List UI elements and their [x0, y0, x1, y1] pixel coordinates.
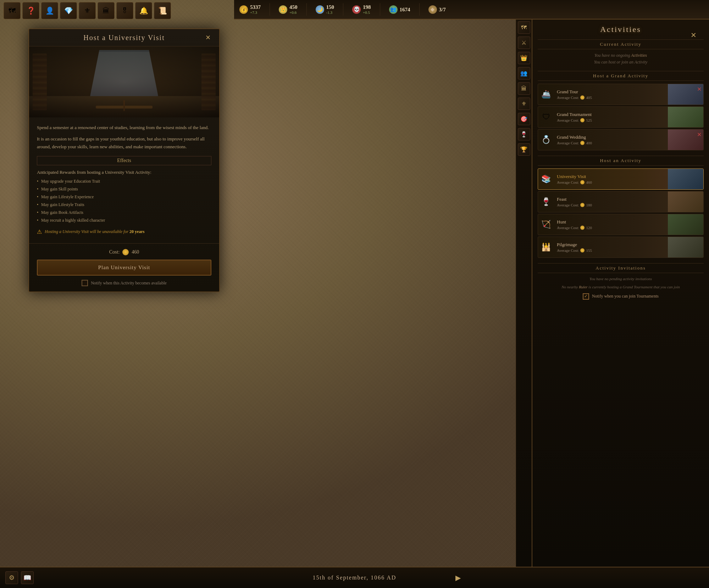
- activity-grand-wedding[interactable]: 💍 Grand Wedding Average Cost: 400 ✕: [538, 129, 704, 150]
- modal-close-button[interactable]: ✕: [204, 33, 212, 42]
- top-hud: 💰 5337 +7.3 👑 450 +0.6 🌙 150 -1.3 💀 198 …: [234, 0, 709, 20]
- resource-slots: ◆ 3/7: [428, 5, 446, 14]
- activity-pilgrimage[interactable]: 🕌 Pilgrimage Average Cost: 155: [538, 237, 704, 258]
- modal-desc-2: It is an occasion to fill the gaps in yo…: [37, 135, 211, 151]
- sidebar-btn-9[interactable]: 🏆: [518, 143, 530, 156]
- hud-divider-2: [306, 3, 307, 16]
- sidebar-btn-4[interactable]: 👥: [518, 67, 530, 79]
- toolbar-icon-5[interactable]: ⚜: [79, 2, 96, 19]
- grand-wedding-thumbnail: ✕: [668, 129, 703, 150]
- cost-label: Cost:: [109, 249, 120, 255]
- toolbar-icon-2[interactable]: ❓: [22, 2, 39, 19]
- settings-button[interactable]: ⚙: [5, 571, 18, 584]
- effect-item-2: May gain Skill points: [37, 185, 211, 193]
- hunt-coin-icon: [580, 226, 585, 230]
- prestige-icon: 👑: [279, 5, 287, 14]
- toolbar-icon-8[interactable]: 🔔: [135, 2, 152, 19]
- grand-tour-name: Grand Tour: [557, 89, 665, 95]
- notify-activity-checkbox[interactable]: [82, 280, 88, 286]
- modal-image-overlay: [29, 46, 219, 117]
- toolbar-icon-3[interactable]: 👤: [41, 2, 58, 19]
- piety-delta: -1.3: [326, 10, 334, 15]
- modal-title: Host a University Visit: [45, 34, 204, 42]
- resource-gold: 💰 5337 +7.3: [239, 4, 261, 15]
- activity-feast[interactable]: 🍷 Feast Average Cost: 180: [538, 191, 704, 212]
- sidebar-btn-3[interactable]: 👑: [518, 52, 530, 64]
- cost-row: Cost: 460: [37, 249, 211, 255]
- piety-value: 150: [326, 4, 334, 10]
- activity-hunt[interactable]: 🏹 Hunt Average Cost: 120: [538, 214, 704, 235]
- slots-value: 3/7: [439, 6, 446, 13]
- grand-activity-header: Host a Grand Activity: [538, 71, 704, 81]
- prestige-value: 450: [289, 4, 298, 10]
- slots-icon: ◆: [428, 5, 437, 14]
- university-visit-thumbnail: [668, 169, 703, 189]
- stress-value: 198: [363, 4, 371, 10]
- pilgrimage-thumbnail: [668, 237, 703, 257]
- toolbar-icon-4[interactable]: 💎: [60, 2, 77, 19]
- activity-university-visit[interactable]: 📚 University Visit Average Cost: 460: [538, 168, 704, 190]
- toolbar-icon-1[interactable]: 🗺: [4, 2, 21, 19]
- grand-tour-cost: Average Cost: 405: [557, 95, 665, 100]
- grand-tournament-thumbnail: [668, 107, 703, 127]
- resource-development: 👥 1674: [389, 5, 410, 14]
- sidebar-btn-6[interactable]: ⚜: [518, 98, 530, 110]
- prestige-delta: +0.6: [289, 10, 298, 15]
- grand-tour-coin-icon: [580, 95, 585, 100]
- university-visit-cost: Average Cost: 460: [557, 180, 665, 184]
- warning-text: Hosting a University Visit will be unava…: [45, 229, 144, 234]
- piety-icon: 🌙: [316, 5, 324, 14]
- grand-tour-unavailable-icon: ✕: [697, 86, 702, 93]
- sidebar-btn-8[interactable]: 🍷: [518, 128, 530, 140]
- sidebar-btn-2[interactable]: ⚔: [518, 37, 530, 49]
- activity-grand-tour[interactable]: 🚢 Grand Tour Average Cost: 405 ✕: [538, 84, 704, 105]
- university-visit-name: University Visit: [557, 174, 665, 179]
- date-advance-button[interactable]: ▶: [455, 573, 461, 582]
- grand-tour-icon: 🚢: [538, 84, 554, 105]
- toolbar-icon-9[interactable]: 📜: [154, 2, 171, 19]
- hunt-cost: Average Cost: 120: [557, 226, 665, 230]
- panel-title: Activities: [538, 25, 704, 34]
- effect-item-6: May recruit a highly skilled character: [37, 216, 211, 224]
- resource-piety: 🌙 150 -1.3: [316, 4, 334, 15]
- activities-panel: Activities ✕ Current Activity You have n…: [532, 20, 709, 567]
- toolbar-icon-6[interactable]: 🏛: [98, 2, 115, 19]
- stress-delta: +0.5: [363, 10, 371, 15]
- effects-intro: Anticipated Rewards from hosting a Unive…: [37, 170, 211, 175]
- modal-desc-1: Spend a semester at a renowned center of…: [37, 124, 211, 132]
- invitations-section: Activity Invitations You have no pending…: [538, 263, 704, 299]
- hud-divider-5: [419, 3, 420, 16]
- notify-tournaments-row: ✓ Notify when you can join Tournaments: [538, 293, 704, 300]
- university-visit-modal: Host a University Visit ✕ Spend a semest…: [28, 28, 220, 292]
- sidebar-btn-1[interactable]: 🗺: [518, 21, 530, 34]
- modal-description: Spend a semester at a renowned center of…: [37, 124, 211, 151]
- book-button[interactable]: 📖: [21, 571, 34, 584]
- toolbar-icon-7[interactable]: 🎖: [116, 2, 133, 19]
- grand-wedding-coin-icon: [580, 141, 585, 145]
- effects-header: Effects: [37, 156, 211, 165]
- panel-close-button[interactable]: ✕: [688, 30, 698, 40]
- development-icon: 👥: [389, 5, 398, 14]
- current-activity-text: You have no ongoing Activities You can h…: [538, 52, 704, 66]
- grand-tournament-cost: Average Cost: 525: [557, 118, 665, 122]
- grand-wedding-icon: 💍: [538, 129, 554, 150]
- pilgrimage-name: Pilgrimage: [557, 242, 665, 248]
- notify-footer: Notify when this Activity becomes availa…: [37, 280, 211, 286]
- grand-wedding-name: Grand Wedding: [557, 134, 665, 140]
- stress-icon: 💀: [352, 5, 361, 14]
- cost-value: 460: [132, 249, 139, 255]
- resource-stress: 💀 198 +0.5: [352, 4, 371, 15]
- sidebar-btn-7[interactable]: 🎯: [518, 113, 530, 125]
- feast-coin-icon: [580, 203, 585, 207]
- university-visit-icon: 📚: [538, 169, 554, 189]
- hud-divider-1: [270, 3, 270, 16]
- grand-tournament-coin-icon: [580, 118, 585, 122]
- notify-tournaments-checkbox[interactable]: ✓: [583, 293, 589, 300]
- no-tournament-text: No nearby Ruler is currently hosting a G…: [538, 284, 704, 290]
- activity-grand-tournament[interactable]: 🛡 Grand Tournament Average Cost: 525: [538, 106, 704, 128]
- sidebar-btn-5[interactable]: 🏛: [518, 82, 530, 95]
- plan-university-visit-button[interactable]: Plan University Visit: [37, 260, 211, 276]
- host-activity-header: Host an Activity: [538, 156, 704, 166]
- modal-image: [29, 46, 219, 117]
- gold-icon: 💰: [239, 5, 248, 14]
